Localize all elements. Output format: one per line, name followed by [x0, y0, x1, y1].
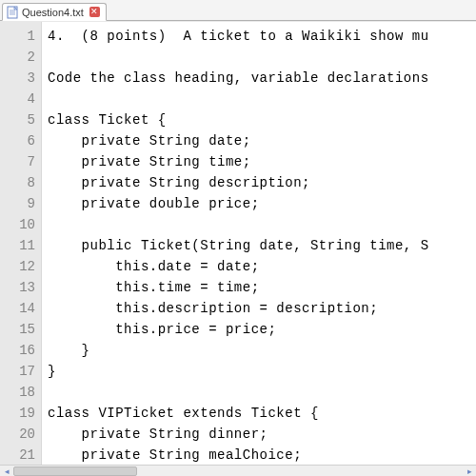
code-line: this.date = date; [48, 256, 476, 277]
tab-bar: Question4.txt ✕ [0, 0, 476, 21]
code-line: class VIPTicket extends Ticket { [48, 403, 476, 424]
line-number: 11 [2, 235, 35, 256]
close-icon[interactable]: ✕ [89, 7, 100, 17]
line-number: 5 [2, 109, 35, 130]
editor-pane: 123456789101112131415161718192021 4. (8 … [0, 21, 476, 465]
code-line: private String dinner; [48, 424, 476, 445]
line-number: 4 [2, 89, 35, 109]
code-line: private String mealChoice; [48, 445, 476, 465]
line-number: 18 [2, 382, 35, 403]
line-number: 12 [2, 256, 35, 277]
code-line: 4. (8 points) A ticket to a Waikiki show… [48, 26, 476, 47]
file-tab[interactable]: Question4.txt ✕ [2, 3, 107, 21]
code-line [48, 214, 476, 235]
code-line: this.time = time; [48, 277, 476, 298]
line-number: 16 [2, 340, 35, 361]
line-number: 9 [2, 193, 35, 214]
line-number: 21 [2, 445, 35, 465]
code-line: private String date; [48, 130, 476, 151]
code-line: Code the class heading, variable declara… [48, 68, 476, 89]
code-line: private String description; [48, 172, 476, 193]
scroll-right-arrow-icon[interactable]: ▸ [463, 466, 476, 476]
line-number: 19 [2, 403, 35, 424]
code-line: public Ticket(String date, String time, … [48, 235, 476, 256]
line-number: 13 [2, 277, 35, 298]
scroll-left-arrow-icon[interactable]: ◂ [0, 466, 13, 476]
line-number-gutter: 123456789101112131415161718192021 [0, 22, 42, 465]
code-line [48, 382, 476, 403]
line-number: 3 [2, 68, 35, 89]
line-number: 8 [2, 172, 35, 193]
tab-filename: Question4.txt [22, 7, 84, 18]
file-icon [7, 6, 18, 19]
line-number: 7 [2, 151, 35, 172]
code-area[interactable]: 4. (8 points) A ticket to a Waikiki show… [42, 22, 476, 465]
line-number: 1 [2, 26, 35, 47]
code-line: this.price = price; [48, 319, 476, 340]
code-line: this.description = description; [48, 298, 476, 319]
code-line: private double price; [48, 193, 476, 214]
code-line: private String time; [48, 151, 476, 172]
horizontal-scrollbar[interactable]: ◂ ▸ [0, 465, 476, 476]
code-line [48, 89, 476, 109]
line-number: 17 [2, 361, 35, 382]
line-number: 2 [2, 47, 35, 68]
line-number: 15 [2, 319, 35, 340]
scroll-thumb[interactable] [13, 466, 137, 476]
code-line: } [48, 361, 476, 382]
code-line: } [48, 340, 476, 361]
code-line: class Ticket { [48, 109, 476, 130]
line-number: 20 [2, 424, 35, 445]
line-number: 6 [2, 130, 35, 151]
code-line [48, 47, 476, 68]
line-number: 10 [2, 214, 35, 235]
line-number: 14 [2, 298, 35, 319]
